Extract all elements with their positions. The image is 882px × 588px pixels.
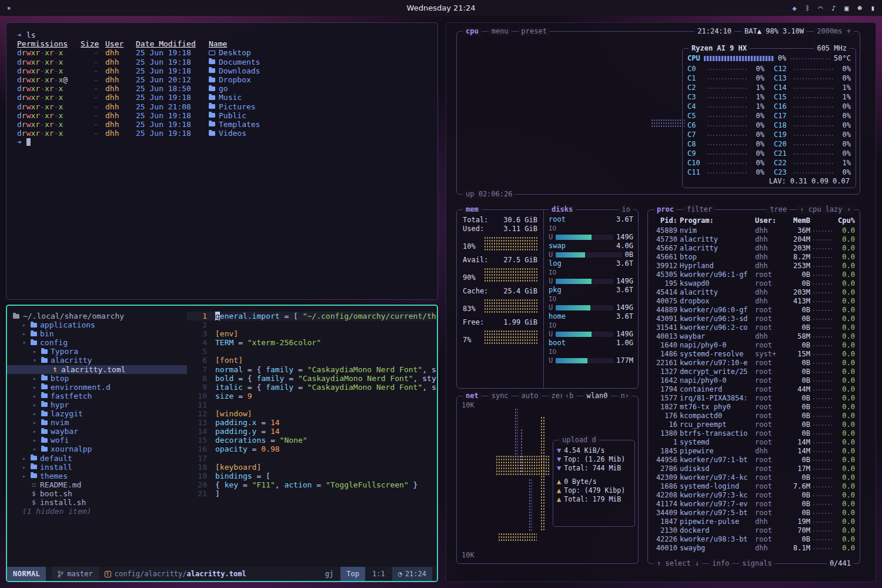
tree-item-boot-sh[interactable]: $boot.sh [7, 489, 187, 498]
tree-item-hypr[interactable]: ▸hypr [7, 400, 187, 409]
process-row[interactable]: 34409kworker/u97:5-btroot0B0.0 [653, 509, 855, 517]
select-hint[interactable]: ↑ select ↓ [654, 559, 702, 568]
editor-window[interactable]: ~/.local/share/omarchy ▸applications▸bin… [6, 305, 438, 582]
io-mode-toggle[interactable]: io [619, 205, 633, 214]
refresh-interval[interactable]: 2000ms + [814, 27, 854, 36]
process-row[interactable]: 1486systemd-resolvesyst+15M0.0 [653, 350, 855, 359]
dropbox-icon[interactable]: ◆ [792, 4, 796, 12]
process-row[interactable]: 195kswapd0root0B0.0 [653, 279, 855, 288]
process-row[interactable]: 40013waybardhh58M0.0 [653, 332, 855, 341]
process-row[interactable]: 31541kworker/u96:2-coroot0B0.0 [653, 323, 855, 332]
process-row[interactable]: 45889nvimdhh36M0.0 [653, 226, 855, 235]
battery-icon[interactable]: ▮ [871, 4, 875, 12]
tree-item-applications[interactable]: ▸applications [7, 320, 187, 329]
process-row[interactable]: 39912Hyprlanddhh253M0.0 [653, 262, 855, 270]
tree-item-nvim[interactable]: ▸nvim [7, 418, 187, 427]
tree-item-bin[interactable]: ▸bin [7, 329, 187, 338]
process-row[interactable]: 1686systemd-logindroot7.6M0.0 [653, 482, 855, 491]
col-program[interactable]: Program: [680, 216, 753, 225]
process-row[interactable]: 1systemdroot14M0.0 [653, 438, 855, 447]
file-date: 25 Jun 18:50 [136, 84, 202, 93]
process-row[interactable]: 1847pipewire-pulsedhh19M0.0 [653, 517, 855, 526]
col-user[interactable]: User: [755, 216, 782, 225]
tree-item-waybar[interactable]: ▸waybar [7, 427, 187, 436]
tree-item-btop[interactable]: ▸btop [7, 374, 187, 383]
tree-item-readme-md[interactable]: ▢README.md [7, 480, 187, 489]
col-pid[interactable]: Pid: [653, 216, 677, 225]
menu-button[interactable]: menu [489, 27, 512, 36]
sync-toggle[interactable]: sync [489, 392, 512, 400]
shell-prompt[interactable]: ➔ [17, 138, 429, 146]
info-button[interactable]: info [709, 559, 732, 568]
tree-item-wofi[interactable]: ▸wofi [7, 436, 187, 445]
btop-window[interactable]: cpu menu preset 21:24:10 BAT▲ 98% 3.10W … [446, 22, 876, 582]
process-row[interactable]: 1845pipewiredhh14M0.0 [653, 447, 855, 456]
process-row[interactable]: 16rcu_preemptroot0B0.0 [653, 420, 855, 429]
process-row[interactable]: 1380btrfs-transactioroot0B0.0 [653, 429, 855, 438]
tree-item-install-sh[interactable]: $install.sh [7, 498, 187, 507]
process-row[interactable]: 40010swaybgdhh8.1M0.0 [653, 544, 855, 553]
tree-item-typora[interactable]: ▸Typora [7, 347, 187, 356]
file-name: Desktop [209, 48, 429, 57]
user-icon[interactable]: ☻ [858, 4, 862, 12]
permissions: drwxr-xr-x [17, 58, 74, 66]
process-row[interactable]: 40075dropboxdhh413M0.0 [653, 297, 855, 306]
tree-item-alacritty-toml[interactable]: talacritty.toml [7, 365, 187, 374]
tree-item-fastfetch[interactable]: ▸fastfetch [7, 392, 187, 400]
process-row[interactable]: 2130dockerdroot70M0.0 [653, 526, 855, 535]
process-row[interactable]: 45667alacrittydhh203M0.0 [653, 244, 855, 253]
tree-item-environment-d[interactable]: ▸environment.d [7, 383, 187, 392]
filter-button[interactable]: filter [684, 205, 715, 214]
terminal-window-ls[interactable]: ➔ ls PermissionsSizeUserDate ModifiedNam… [6, 22, 438, 300]
disk-usage-bar [556, 279, 613, 284]
sort-selector[interactable]: ‹ cpu lazy › [797, 205, 854, 214]
process-row[interactable]: 42208kworker/u97:3-kcroot0B0.0 [653, 491, 855, 500]
tree-item-alacritty[interactable]: ▾alacritty [7, 356, 187, 365]
col-cpu[interactable]: Cpu% [836, 216, 855, 225]
process-row[interactable]: 1794containerdroot44M0.0 [653, 385, 855, 394]
auto-toggle[interactable]: auto [519, 392, 542, 400]
process-row[interactable]: 44956kworker/u97:1-btroot0B0.0 [653, 456, 855, 465]
process-row[interactable]: 1642napi/phy0-0root0B0.0 [653, 376, 855, 385]
process-row[interactable]: 42309kworker/u97:4-kcroot0B0.0 [653, 473, 855, 482]
tree-item-xournalpp[interactable]: ▸xournalpp [7, 445, 187, 453]
process-row[interactable]: 43091kworker/u96:3-sdroot0B0.0 [653, 315, 855, 323]
tree-toggle[interactable]: tree [767, 205, 790, 214]
process-row[interactable]: 45730alacrittydhh204M0.0 [653, 235, 855, 244]
process-row[interactable]: 1577irq/81-PIXA3854:root0B0.0 [653, 394, 855, 403]
tree-item-lazygit[interactable]: ▸lazygit [7, 409, 187, 418]
process-row[interactable]: 1640napi/phy0-0root0B0.0 [653, 341, 855, 350]
wifi-icon[interactable]: ◠ [818, 4, 823, 12]
system-icon[interactable]: ▪ [7, 5, 14, 11]
col-mem[interactable]: MemB [784, 216, 810, 225]
bluetooth-icon[interactable]: ᛒ [806, 4, 810, 12]
cpu-core: C180% [774, 121, 851, 130]
process-row[interactable]: 22161kworker/u97:10-eroot0B0.0 [653, 359, 855, 368]
process-row[interactable]: 45661btopdhh8.2M0.0 [653, 253, 855, 262]
preset-button[interactable]: preset [519, 27, 550, 36]
code-lines: 1general.import = [ "~/.config/omarchy/c… [187, 312, 437, 498]
clock-icon: ◔ [398, 570, 402, 578]
file-tree[interactable]: ~/.local/share/omarchy ▸applications▸bin… [7, 306, 187, 567]
iface-next-button[interactable]: n› [618, 392, 632, 400]
tree-item-install[interactable]: ▸install [7, 463, 187, 472]
display-icon[interactable]: ▣ [844, 4, 848, 12]
tree-root[interactable]: ~/.local/share/omarchy [7, 312, 187, 320]
signals-button[interactable]: signals [739, 559, 775, 568]
volume-icon[interactable]: ♪ [831, 4, 836, 12]
tree-item-default[interactable]: ▸default [7, 454, 187, 463]
process-row[interactable]: 45305kworker/u96:1-gfroot0B0.0 [653, 270, 855, 279]
permissions: drwxr-xr-x [17, 111, 74, 120]
code-editor[interactable]: 1general.import = [ "~/.config/omarchy/c… [187, 306, 437, 567]
iface-prev-button[interactable]: ‹b [562, 392, 576, 400]
process-row[interactable]: 1327dmcrypt_write/25root0B0.0 [653, 368, 855, 376]
process-row[interactable]: 45414alacrittydhh203M0.0 [653, 288, 855, 297]
tree-item-config[interactable]: ▾config [7, 338, 187, 347]
process-row[interactable]: 2786udisksdroot17M0.0 [653, 465, 855, 473]
process-row[interactable]: 1827mt76-tx phy0root0B0.0 [653, 403, 855, 412]
process-row[interactable]: 176kcompactd0root0B0.0 [653, 412, 855, 420]
process-row[interactable]: 42226kworker/u98:3-btroot0B0.0 [653, 535, 855, 544]
process-row[interactable]: 44889kworker/u96:0-gfroot0B0.0 [653, 306, 855, 315]
tree-item-themes[interactable]: ▸themes [7, 472, 187, 480]
process-row[interactable]: 41174kworker/u97:7-evroot0B0.0 [653, 500, 855, 509]
